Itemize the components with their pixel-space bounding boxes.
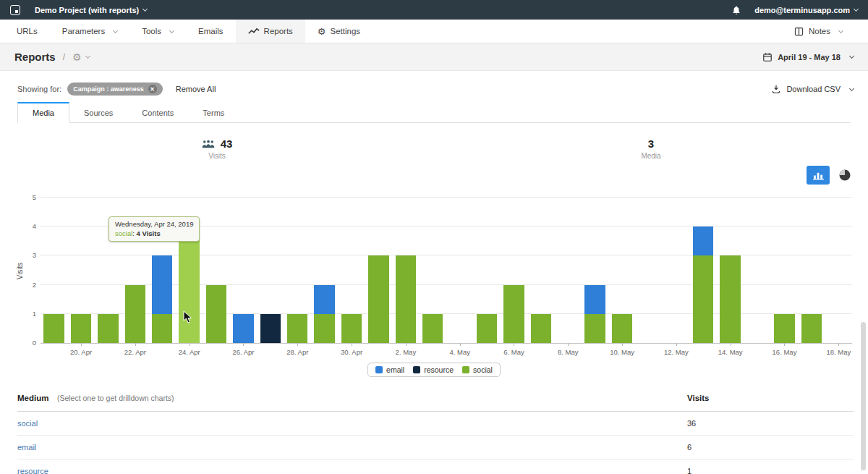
scrollbar-thumb[interactable] [861, 322, 866, 470]
nav-label: Notes [809, 27, 830, 35]
day-slot [41, 198, 67, 343]
chevron-down-icon [849, 54, 854, 59]
x-axis-tick [406, 343, 407, 346]
report-settings-menu[interactable]: ⚙ [72, 51, 90, 63]
gear-icon: ⚙ [72, 51, 82, 63]
nav-item-tools[interactable]: Tools [129, 20, 186, 43]
chevron-down-icon [142, 7, 148, 12]
stacked-bar-may-5 [477, 198, 497, 343]
project-switcher[interactable]: Demo Project (with reports) [35, 6, 147, 14]
bar-segment-email[interactable] [152, 255, 172, 313]
medium-link-email[interactable]: email [17, 443, 687, 452]
y-axis-tick-label: 0 [17, 339, 36, 347]
tab-contents[interactable]: Contents [127, 103, 188, 122]
filter-chip-campaign-awareness[interactable]: Campaign : awareness ✕ [67, 82, 163, 96]
day-slot [203, 198, 229, 343]
mouse-cursor [183, 310, 192, 323]
bar-segment-social[interactable] [693, 255, 713, 343]
bar-segment-social[interactable] [125, 285, 145, 343]
bar-segment-social[interactable] [43, 314, 64, 343]
y-axis-tick-label: 3 [17, 251, 36, 259]
day-slot: 16. May [771, 198, 798, 343]
legend-item-social[interactable]: social [462, 365, 493, 374]
tab-terms[interactable]: Terms [188, 103, 239, 122]
download-csv-button[interactable]: Download CSV [771, 84, 854, 94]
notifications-bell-icon[interactable] [731, 5, 741, 15]
bar-segment-social[interactable] [98, 314, 118, 343]
x-axis-tick-label: 8. May [558, 348, 579, 356]
bar-segment-social[interactable] [774, 314, 794, 343]
tab-sources[interactable]: Sources [69, 103, 127, 122]
bar-chart-toggle-button[interactable] [807, 166, 830, 185]
tab-media[interactable]: Media [17, 102, 69, 123]
stacked-bar-apr-25 [206, 198, 226, 343]
x-axis-tick [190, 343, 190, 346]
social-swatch-icon [462, 366, 469, 373]
x-axis-tick-label: 16. May [773, 348, 797, 356]
app-logo-icon[interactable] [10, 5, 20, 15]
x-axis-tick-label: 24. Apr [179, 348, 200, 356]
bar-segment-social[interactable] [341, 314, 362, 343]
bar-segment-social[interactable] [720, 255, 740, 343]
bar-segment-social[interactable] [396, 255, 416, 343]
bar-segment-resource[interactable] [260, 314, 281, 343]
bar-segment-social[interactable] [422, 314, 443, 343]
day-slot: 20. Apr [67, 198, 94, 343]
day-slot: 6. May [501, 198, 527, 343]
chart-tooltip: Wednesday, Apr 24, 2019 social: 4 Visits [109, 216, 200, 242]
bar-segment-social[interactable] [477, 314, 497, 343]
day-slot [473, 198, 500, 343]
bar-segment-email[interactable] [693, 227, 713, 255]
bar-segment-social[interactable] [503, 285, 524, 343]
download-icon [771, 84, 781, 94]
day-slot: 30. Apr [338, 198, 365, 343]
chip-close-icon[interactable]: ✕ [148, 85, 157, 93]
bar-segment-social[interactable] [531, 314, 551, 343]
user-menu[interactable]: demo@terminusapp.com [754, 6, 858, 14]
bar-segment-email[interactable] [314, 285, 334, 314]
visitors-icon [202, 140, 215, 148]
pie-chart-toggle-button[interactable] [839, 169, 851, 181]
x-axis-tick [838, 343, 839, 346]
legend-item-resource[interactable]: resource [413, 365, 454, 374]
stacked-bar-may-18 [828, 198, 848, 343]
bar-segment-social[interactable] [152, 314, 172, 343]
bar-segment-social[interactable] [368, 255, 388, 343]
bar-segment-social[interactable] [584, 314, 605, 343]
date-range-picker[interactable]: April 19 - May 18 [762, 52, 854, 62]
legend-item-email[interactable]: email [375, 365, 404, 374]
medium-link-social[interactable]: social [17, 419, 687, 428]
x-axis-tick [81, 343, 82, 346]
summary-stats: 43 Visits 3 Media [0, 137, 868, 160]
stacked-bar-may-13 [693, 198, 713, 343]
medium-link-resource[interactable]: resource [17, 467, 687, 474]
nav-item-settings[interactable]: ⚙Settings [305, 20, 373, 43]
nav-item-emails[interactable]: Emails [186, 20, 236, 43]
bar-segment-social[interactable] [71, 314, 91, 343]
stacked-bar-apr-26 [233, 198, 253, 343]
tooltip-series: social [115, 229, 132, 237]
remove-all-button[interactable]: Remove All [176, 85, 216, 93]
bar-segment-social[interactable] [287, 314, 307, 343]
bar-segment-social[interactable] [206, 285, 226, 343]
bar-segment-social[interactable] [314, 314, 334, 343]
nav-item-parameters[interactable]: Parameters [50, 20, 129, 43]
nav-item-urls[interactable]: URLs [4, 20, 50, 43]
nav-label: Emails [198, 27, 224, 35]
bar-segment-email[interactable] [584, 285, 605, 314]
stacked-bar-may-7 [531, 198, 551, 343]
topbar: Demo Project (with reports) demo@terminu… [0, 0, 868, 20]
y-axis-tick-label: 5 [17, 193, 36, 201]
notes-menu[interactable]: Notes [781, 27, 855, 36]
day-slot [527, 198, 554, 343]
bar-segment-social[interactable] [612, 314, 632, 343]
bar-segment-social[interactable] [179, 227, 199, 343]
nav-item-reports[interactable]: Reports [236, 20, 305, 43]
stacked-bar-may-16 [774, 198, 794, 343]
user-email: demo@terminusapp.com [754, 6, 850, 14]
chevron-down-icon [838, 27, 843, 33]
bar-segment-email[interactable] [233, 314, 253, 343]
bar-segment-social[interactable] [801, 314, 822, 343]
table-row: resource 1 [17, 460, 854, 474]
breadcrumb-separator: / [63, 52, 65, 62]
